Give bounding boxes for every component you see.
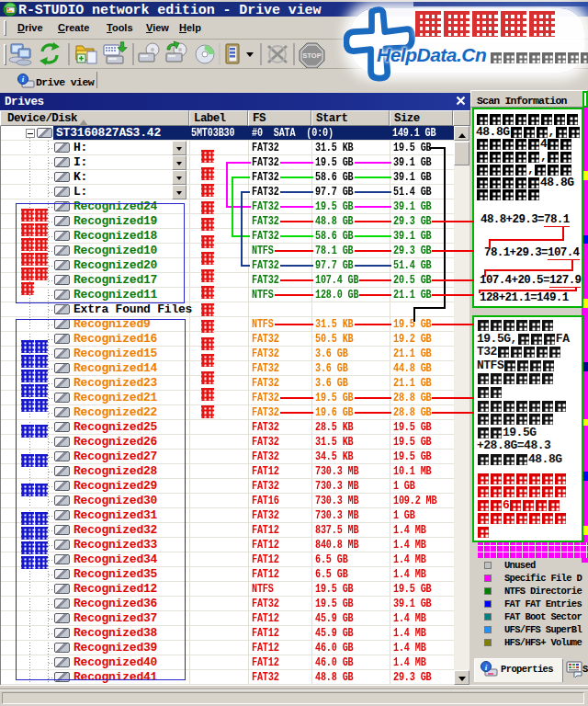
svg-text:STOP: STOP: [302, 51, 321, 60]
